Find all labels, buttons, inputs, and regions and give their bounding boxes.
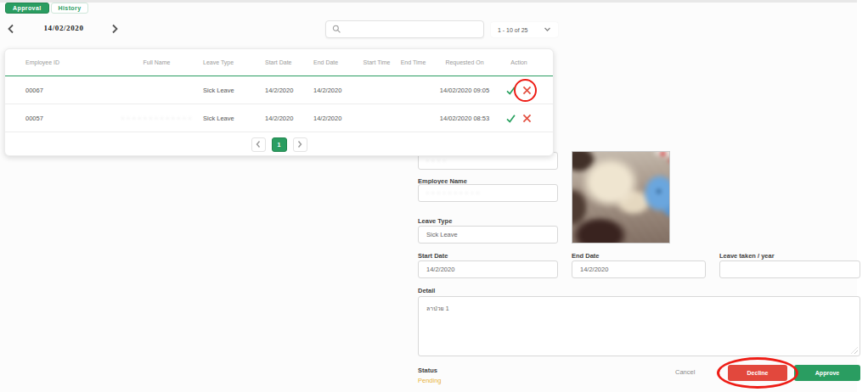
attachment-photo-image [572, 151, 670, 244]
table-row[interactable]: 00057 · · · · · · · · · · · · · Sick Lea… [5, 104, 553, 132]
col-action: Action [499, 59, 538, 65]
decline-x-icon[interactable] [521, 113, 533, 124]
prev-page-button[interactable] [251, 137, 266, 152]
search-bar [325, 20, 484, 38]
cell-employee-id: 00057 [25, 115, 110, 122]
cell-start-date: 14/2/2020 [265, 115, 313, 122]
cell-requested-on: 14/02/2020 09:05 [430, 87, 499, 94]
cell-requested-on: 14/02/2020 08:53 [430, 115, 499, 122]
col-leave-type: Leave Type [203, 59, 265, 65]
chevron-right-icon [110, 22, 119, 37]
end-date-value: 14/2/2020 [580, 266, 608, 273]
cell-start-date: 14/2/2020 [265, 87, 313, 94]
employee-name-value: · · · · · · · · · · [426, 189, 480, 197]
chevron-left-icon [7, 22, 15, 37]
resize-handle-icon[interactable] [851, 347, 858, 354]
status-badge: Pending [418, 377, 442, 384]
leave-taken-per-year-label: Leave taken / year [719, 252, 775, 260]
top-divider [0, 0, 857, 3]
results-range-dropdown[interactable]: 1 - 10 of 25 [491, 22, 558, 37]
approve-check-icon[interactable] [505, 85, 516, 96]
next-page-button[interactable] [293, 137, 307, 152]
table-header-row: Employee ID Full Name Leave Type Start D… [5, 49, 553, 76]
col-end-date: End Date [313, 59, 357, 65]
cell-employee-id: 00067 [25, 87, 110, 94]
chevron-down-icon [544, 26, 551, 33]
cell-end-date: 14/2/2020 [313, 87, 357, 94]
page-number-button[interactable]: 1 [272, 137, 287, 152]
employee-name-field[interactable]: · · · · · · · · · · [418, 184, 558, 202]
attachment-photo[interactable] [572, 151, 670, 244]
pending-requests-table-card: Employee ID Full Name Leave Type Start D… [4, 48, 554, 156]
col-full-name: Full Name [110, 59, 203, 65]
tab-approval[interactable]: Approval [5, 3, 49, 14]
search-input[interactable] [345, 25, 477, 33]
detail-textarea[interactable]: ลาป่วย 1 [418, 296, 860, 356]
cancel-button[interactable]: Cancel [675, 368, 695, 376]
end-date-field[interactable]: 14/2/2020 [572, 260, 706, 278]
end-date-label: End Date [572, 252, 600, 260]
tab-history[interactable]: History [51, 3, 89, 14]
decline-button[interactable]: Decline [728, 365, 787, 381]
action-cell [499, 76, 538, 104]
leave-taken-per-year-field[interactable] [719, 260, 860, 278]
cell-end-date: 14/2/2020 [313, 115, 357, 122]
leave-type-label: Leave Type [418, 217, 452, 225]
cell-leave-type: Sick Leave [203, 115, 265, 122]
employee-id-value: · · · · [426, 157, 446, 165]
current-date-label: 14/02/2020 [34, 24, 93, 32]
col-start-time: Start Time [357, 59, 397, 65]
tab-bar: Approval History [5, 3, 88, 14]
cell-full-name: · · · · · · · · · · · · · [110, 115, 203, 122]
search-icon [332, 22, 341, 37]
next-date-button[interactable] [109, 24, 121, 36]
chevron-left-icon [255, 137, 262, 152]
approve-button[interactable]: Approve [794, 365, 860, 381]
table-row[interactable]: 00067 Sick Leave 14/2/2020 14/2/2020 14/… [5, 76, 553, 104]
col-requested-on: Requested On [430, 59, 499, 65]
cell-leave-type: Sick Leave [203, 87, 265, 94]
leave-type-value: Sick Leave [426, 231, 458, 238]
status-label: Status [418, 367, 437, 374]
prev-date-button[interactable] [5, 24, 17, 36]
results-range-label: 1 - 10 of 25 [498, 27, 527, 33]
detail-value: ลาป่วย 1 [426, 305, 449, 311]
page: Approval History 14/02/2020 1 - 10 of 25… [0, 0, 868, 392]
action-cell [499, 104, 538, 132]
table-pagination: 1 [5, 132, 553, 157]
start-date-label: Start Date [418, 252, 448, 260]
start-date-value: 14/2/2020 [426, 266, 454, 273]
leave-type-field[interactable]: Sick Leave [418, 226, 558, 244]
decline-x-icon[interactable] [521, 85, 533, 96]
start-date-field[interactable]: 14/2/2020 [418, 260, 558, 278]
col-start-date: Start Date [265, 59, 313, 65]
chevron-right-icon [296, 137, 303, 152]
col-employee-id: Employee ID [25, 59, 110, 65]
detail-label: Detail [418, 287, 435, 294]
approve-check-icon[interactable] [505, 113, 516, 124]
col-end-time: End Time [397, 59, 430, 65]
